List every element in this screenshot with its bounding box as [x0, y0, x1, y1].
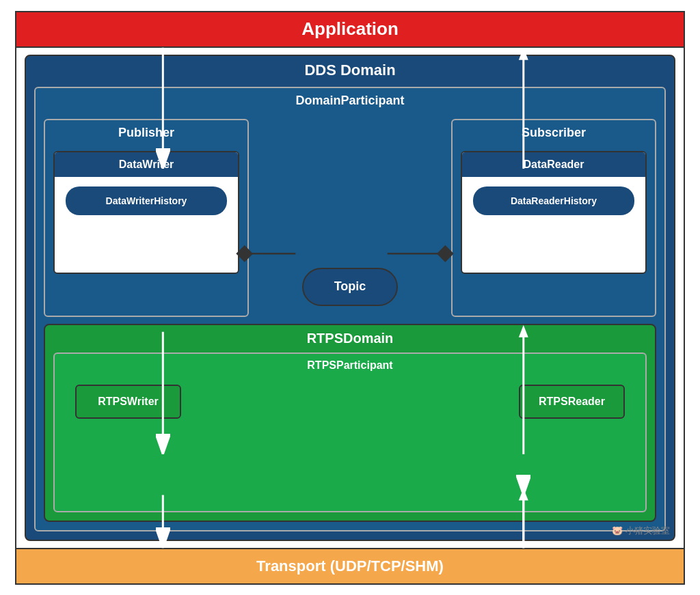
subscriber-label: Subscriber [453, 126, 655, 140]
rtps-domain-box: RTPSDomain RTPSParticipant RTPSWriter RT… [44, 324, 656, 522]
drh-label: DataReaderHistory [511, 195, 597, 206]
rtps-writer-box: RTPSWriter [75, 385, 181, 419]
domain-participant-label: DomainParticipant [36, 94, 664, 108]
datawriter-label-bar: DataWriter [55, 152, 238, 177]
datawriter-box: DataWriter DataWriterHistory [53, 151, 239, 274]
application-bar: Application [16, 12, 684, 48]
transport-label: Transport (UDP/TCP/SHM) [256, 557, 444, 575]
dds-domain-box: DDS Domain DomainParticipant Publisher D… [25, 55, 675, 541]
rtps-participant-label: RTPSParticipant [55, 359, 645, 372]
publisher-label: Publisher [45, 126, 247, 140]
datawriter-history-box: DataWriterHistory [66, 186, 227, 215]
dds-domain-label: DDS Domain [26, 61, 674, 79]
datareader-label-text: DataReader [524, 158, 584, 171]
datawriter-label-text: DataWriter [119, 158, 174, 171]
publisher-box: Publisher DataWriter DataWriterHistory [44, 119, 249, 317]
rtps-writer-label: RTPSWriter [98, 396, 159, 408]
domain-participant-box: DomainParticipant Publisher DataWriter D… [34, 87, 666, 531]
datareader-box: DataReader DataReaderHistory [461, 151, 647, 274]
rtps-participant-box: RTPSParticipant RTPSWriter RTPSReader [53, 352, 647, 512]
rtps-reader-box: RTPSReader [519, 385, 625, 419]
diagram-container: Application Transport (UDP/TCP/SHM) DDS … [15, 11, 685, 585]
topic-box: Topic [302, 268, 398, 306]
application-label: Application [301, 18, 399, 40]
datareader-label-bar: DataReader [462, 152, 645, 177]
transport-bar: Transport (UDP/TCP/SHM) [16, 548, 684, 583]
dwh-label: DataWriterHistory [106, 195, 187, 206]
rtps-reader-label: RTPSReader [539, 396, 605, 408]
watermark: 🐷 小猪实验室 [612, 525, 670, 537]
subscriber-box: Subscriber DataReader DataReaderHistory [451, 119, 656, 317]
topic-label: Topic [334, 279, 366, 294]
datareader-history-box: DataReaderHistory [473, 186, 634, 215]
rtps-domain-label: RTPSDomain [45, 331, 655, 346]
